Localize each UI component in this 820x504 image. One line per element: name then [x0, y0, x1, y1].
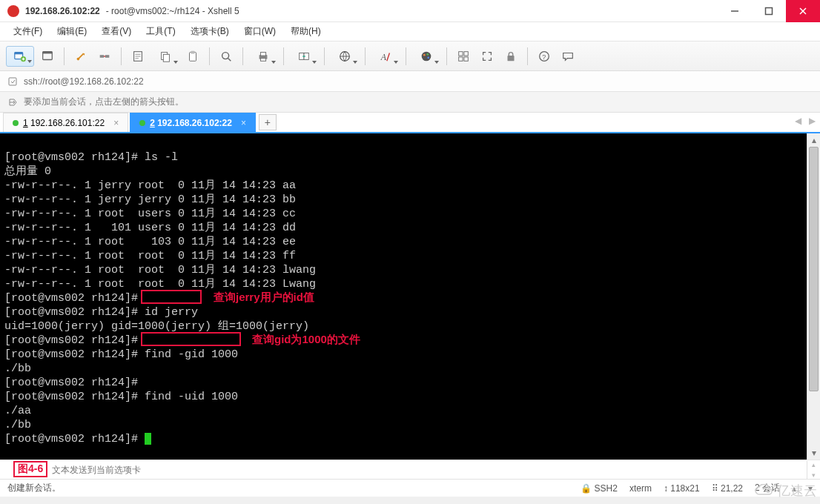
chevron-down-icon	[312, 61, 317, 64]
hint-bar: 要添加当前会话，点击左侧的箭头按钮。	[0, 92, 820, 113]
svg-rect-30	[508, 56, 515, 61]
annotation-box-find-gid	[141, 332, 241, 346]
menu-tools[interactable]: 工具(T)	[140, 23, 181, 40]
toolbar-separator	[324, 47, 325, 65]
sessions-down-icon[interactable]: ▾	[808, 483, 813, 494]
scroll-down-icon[interactable]: ▾	[807, 446, 820, 460]
maximize-button[interactable]	[752, 0, 786, 22]
toolbar-separator	[365, 47, 366, 65]
svg-rect-27	[464, 51, 468, 55]
terminal-container: [root@vms002 rh124]# ls -l 总用量 0 -rw-r--…	[0, 133, 820, 460]
open-session-button[interactable]	[37, 46, 58, 67]
menu-help[interactable]: 帮助(H)	[285, 23, 327, 40]
status-pos: ⠿ 21,22	[712, 483, 743, 494]
terminal-scrollbar[interactable]: ▴ ▾	[807, 133, 820, 460]
scroll-up-icon[interactable]: ▴	[807, 133, 820, 147]
app-icon	[7, 5, 19, 17]
tab-close-icon[interactable]: ×	[113, 118, 119, 128]
chevron-down-icon	[394, 61, 398, 64]
status-bar: 创建新会话。 🔒 SSH2 xterm ↕ 118x21 ⠿ 21,22 2 会…	[0, 479, 820, 497]
menu-window[interactable]: 窗口(W)	[238, 23, 282, 40]
terminal-output[interactable]: [root@vms002 rh124]# ls -l 总用量 0 -rw-r--…	[0, 133, 807, 460]
menubar: 文件(F) 编辑(E) 查看(V) 工具(T) 选项卡(B) 窗口(W) 帮助(…	[0, 22, 820, 42]
toolbar-separator	[446, 47, 447, 65]
svg-rect-8	[105, 55, 109, 58]
svg-point-25	[427, 56, 429, 59]
minimize-button[interactable]	[718, 0, 752, 22]
lock-button[interactable]	[500, 46, 521, 67]
menu-tabs[interactable]: 选项卡(B)	[185, 23, 235, 40]
svg-point-24	[426, 53, 429, 55]
svg-rect-16	[260, 52, 265, 56]
window-title: 192.168.26.102:22	[25, 6, 100, 16]
find-button[interactable]	[216, 46, 237, 67]
feedback-button[interactable]	[558, 46, 578, 67]
menu-view[interactable]: 查看(V)	[96, 23, 137, 40]
menu-edit[interactable]: 编辑(E)	[51, 23, 93, 40]
fullscreen-button[interactable]	[477, 46, 497, 67]
toolbar-separator	[527, 47, 528, 65]
svg-text:A: A	[380, 52, 387, 62]
properties-button[interactable]	[128, 46, 148, 67]
status-left: 创建新会话。	[7, 482, 61, 494]
toolbar: A ?	[0, 42, 820, 71]
font-button[interactable]: A	[371, 46, 400, 67]
address-bar: ssh://root@192.168.26.102:22	[0, 71, 820, 92]
svg-rect-11	[163, 54, 169, 62]
tab-nav-arrows[interactable]: ◀ ▶	[795, 116, 816, 126]
compose-bar: 图4-6 ▴▾	[0, 460, 820, 479]
annotation-label-2: 查询gid为1000的文件	[252, 332, 360, 346]
reconnect-button[interactable]	[70, 46, 91, 67]
send-text-input[interactable]	[0, 461, 807, 479]
svg-point-23	[423, 53, 426, 56]
svg-text:?: ?	[542, 53, 546, 60]
menu-file[interactable]: 文件(F)	[7, 23, 48, 40]
chevron-down-icon	[434, 61, 439, 64]
status-sessions: 2 会话	[755, 482, 780, 494]
toolbar-separator	[283, 47, 284, 65]
file-transfer-button[interactable]	[290, 46, 318, 67]
svg-point-6	[77, 57, 80, 60]
session-tab-1[interactable]: 1 192.168.26.101:22 ×	[3, 113, 128, 132]
copy-button[interactable]	[151, 46, 179, 67]
web-button[interactable]	[331, 46, 359, 67]
toolbar-separator	[242, 47, 243, 65]
status-dot-icon	[139, 120, 145, 126]
figure-label: 图4-6	[13, 461, 47, 477]
new-session-button[interactable]	[6, 46, 34, 67]
toolbar-separator	[209, 47, 210, 65]
sessions-up-icon[interactable]: ▴	[792, 483, 796, 494]
session-tab-2[interactable]: 2 192.168.26.102:22 ×	[130, 113, 256, 132]
chevron-down-icon	[271, 61, 276, 64]
disconnect-button[interactable]	[94, 46, 115, 67]
color-scheme-button[interactable]	[412, 46, 440, 67]
svg-point-22	[422, 51, 432, 61]
session-manager-button[interactable]	[453, 46, 474, 67]
print-button[interactable]	[249, 46, 277, 67]
compose-scroll[interactable]: ▴▾	[807, 461, 820, 479]
scroll-thumb[interactable]	[809, 147, 819, 391]
terminal-cursor	[145, 433, 151, 445]
svg-rect-26	[459, 51, 463, 55]
annotation-box-id-jerry	[141, 290, 202, 304]
toolbar-separator	[406, 47, 406, 65]
titlebar: 192.168.26.102:22 - root@vms002:~/rh124 …	[0, 0, 820, 22]
add-session-hint-icon[interactable]	[7, 97, 18, 107]
tab-close-icon[interactable]: ×	[241, 118, 246, 128]
paste-button[interactable]	[182, 46, 203, 67]
svg-rect-7	[100, 55, 104, 58]
svg-point-14	[222, 52, 229, 59]
link-icon	[7, 76, 18, 87]
svg-rect-33	[9, 78, 16, 85]
status-ssh: 🔒 SSH2	[581, 483, 618, 494]
help-button[interactable]: ?	[534, 46, 555, 67]
close-button[interactable]	[786, 0, 820, 22]
annotation-label-1: 查询jerry用户的id值	[214, 290, 314, 304]
add-tab-button[interactable]: +	[259, 114, 277, 130]
svg-rect-2	[15, 52, 23, 54]
svg-rect-0	[766, 7, 773, 14]
svg-rect-28	[459, 56, 463, 60]
svg-rect-5	[43, 51, 53, 53]
hint-text: 要添加当前会话，点击左侧的箭头按钮。	[24, 96, 184, 108]
address-text[interactable]: ssh://root@192.168.26.102:22	[24, 76, 144, 87]
